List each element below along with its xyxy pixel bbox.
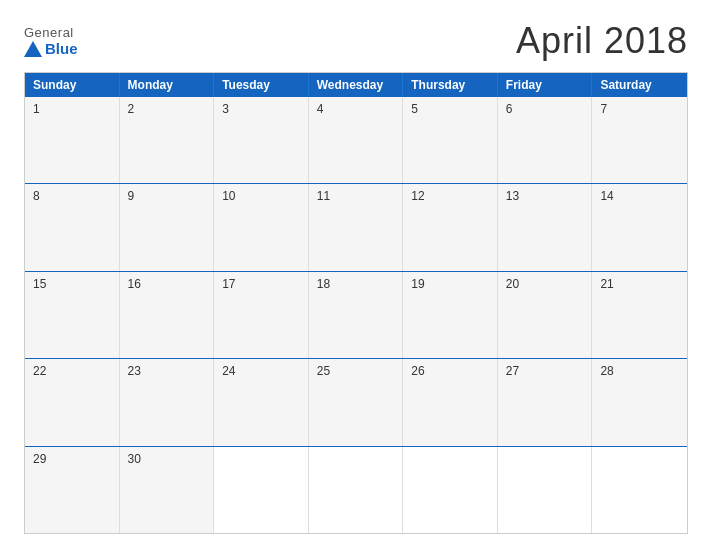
- day-cell: 29: [25, 447, 120, 533]
- day-header-thursday: Thursday: [403, 73, 498, 97]
- week-row-4: 2930: [25, 446, 687, 533]
- week-row-0: 1234567: [25, 97, 687, 183]
- calendar-body: 1234567891011121314151617181920212223242…: [25, 97, 687, 533]
- day-cell: 21: [592, 272, 687, 358]
- day-number: 6: [506, 102, 513, 116]
- day-cell: 9: [120, 184, 215, 270]
- day-cell: [498, 447, 593, 533]
- day-cell: 8: [25, 184, 120, 270]
- calendar: SundayMondayTuesdayWednesdayThursdayFrid…: [24, 72, 688, 534]
- day-number: 10: [222, 189, 235, 203]
- day-number: 28: [600, 364, 613, 378]
- calendar-page: General Blue April 2018 SundayMondayTues…: [0, 0, 712, 550]
- day-cell: 12: [403, 184, 498, 270]
- day-number: 3: [222, 102, 229, 116]
- day-cell: 1: [25, 97, 120, 183]
- day-cell: [214, 447, 309, 533]
- day-number: 14: [600, 189, 613, 203]
- logo-blue-row: Blue: [24, 40, 78, 57]
- day-number: 25: [317, 364, 330, 378]
- logo-general-text: General: [24, 25, 74, 40]
- day-number: 30: [128, 452, 141, 466]
- day-header-tuesday: Tuesday: [214, 73, 309, 97]
- day-header-monday: Monday: [120, 73, 215, 97]
- day-number: 29: [33, 452, 46, 466]
- day-cell: 25: [309, 359, 404, 445]
- day-cell: 18: [309, 272, 404, 358]
- week-row-1: 891011121314: [25, 183, 687, 270]
- header: General Blue April 2018: [24, 20, 688, 62]
- day-number: 20: [506, 277, 519, 291]
- logo-triangle-icon: [24, 41, 42, 57]
- day-cell: 19: [403, 272, 498, 358]
- day-number: 9: [128, 189, 135, 203]
- day-cell: 13: [498, 184, 593, 270]
- day-cell: 30: [120, 447, 215, 533]
- day-cell: 26: [403, 359, 498, 445]
- day-cell: [309, 447, 404, 533]
- day-cell: 6: [498, 97, 593, 183]
- day-header-wednesday: Wednesday: [309, 73, 404, 97]
- day-number: 8: [33, 189, 40, 203]
- day-cell: 10: [214, 184, 309, 270]
- day-cell: 11: [309, 184, 404, 270]
- day-headers: SundayMondayTuesdayWednesdayThursdayFrid…: [25, 73, 687, 97]
- day-number: 1: [33, 102, 40, 116]
- day-cell: 23: [120, 359, 215, 445]
- day-cell: 22: [25, 359, 120, 445]
- logo-blue-text: Blue: [45, 40, 78, 57]
- day-number: 21: [600, 277, 613, 291]
- week-row-3: 22232425262728: [25, 358, 687, 445]
- week-row-2: 15161718192021: [25, 271, 687, 358]
- day-cell: 7: [592, 97, 687, 183]
- day-cell: 16: [120, 272, 215, 358]
- day-cell: 24: [214, 359, 309, 445]
- day-cell: 20: [498, 272, 593, 358]
- calendar-title: April 2018: [516, 20, 688, 62]
- day-number: 16: [128, 277, 141, 291]
- day-cell: 3: [214, 97, 309, 183]
- day-number: 5: [411, 102, 418, 116]
- day-cell: 2: [120, 97, 215, 183]
- logo: General Blue: [24, 25, 78, 57]
- day-number: 26: [411, 364, 424, 378]
- day-cell: 28: [592, 359, 687, 445]
- day-number: 17: [222, 277, 235, 291]
- day-number: 19: [411, 277, 424, 291]
- day-cell: 27: [498, 359, 593, 445]
- day-number: 18: [317, 277, 330, 291]
- day-number: 12: [411, 189, 424, 203]
- day-cell: [403, 447, 498, 533]
- day-cell: 17: [214, 272, 309, 358]
- day-number: 7: [600, 102, 607, 116]
- day-header-saturday: Saturday: [592, 73, 687, 97]
- day-number: 2: [128, 102, 135, 116]
- day-number: 23: [128, 364, 141, 378]
- day-number: 24: [222, 364, 235, 378]
- day-header-friday: Friday: [498, 73, 593, 97]
- day-number: 22: [33, 364, 46, 378]
- day-cell: 14: [592, 184, 687, 270]
- day-number: 13: [506, 189, 519, 203]
- day-cell: 5: [403, 97, 498, 183]
- day-number: 27: [506, 364, 519, 378]
- day-number: 15: [33, 277, 46, 291]
- day-cell: 4: [309, 97, 404, 183]
- day-header-sunday: Sunday: [25, 73, 120, 97]
- day-cell: [592, 447, 687, 533]
- day-number: 11: [317, 189, 330, 203]
- day-cell: 15: [25, 272, 120, 358]
- day-number: 4: [317, 102, 324, 116]
